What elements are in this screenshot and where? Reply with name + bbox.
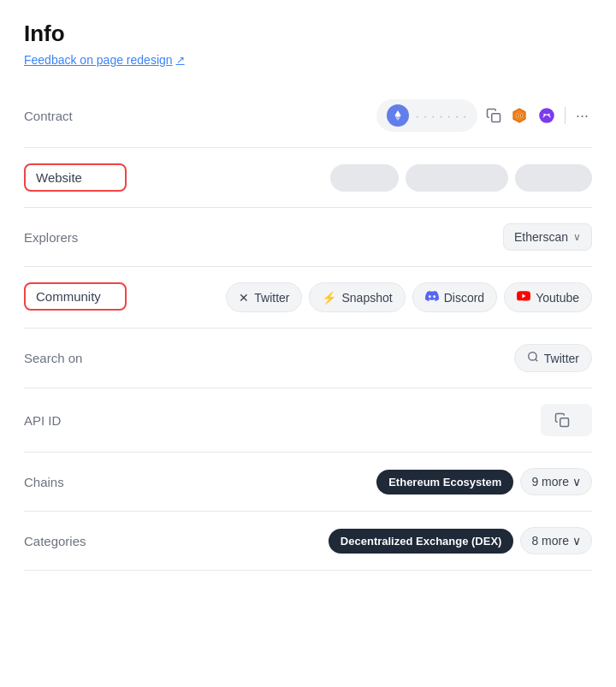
website-row: Website bbox=[24, 148, 592, 208]
snapshot-icon: ⚡ bbox=[322, 291, 336, 305]
x-icon: ✕ bbox=[239, 291, 249, 305]
snapshot-button[interactable]: ⚡ Snapshot bbox=[309, 282, 405, 312]
website-skeleton bbox=[330, 164, 592, 192]
contract-label: Contract bbox=[24, 109, 127, 123]
twitter-label: Twitter bbox=[254, 291, 289, 305]
chains-label: Chains bbox=[24, 475, 127, 489]
chevron-down-icon: ∨ bbox=[572, 475, 581, 489]
svg-point-10 bbox=[529, 352, 536, 360]
chain-badge: Ethereum Ecosystem bbox=[376, 470, 513, 495]
contract-address: · · · · · · · bbox=[416, 110, 467, 122]
categories-more-button[interactable]: 8 more ∨ bbox=[520, 527, 592, 554]
chains-content: Ethereum Ecosystem 9 more ∨ bbox=[140, 468, 592, 495]
page-title: Info bbox=[24, 21, 592, 47]
feedback-label: Feedback on page redesign bbox=[24, 53, 173, 67]
search-on-row: Search on Twitter bbox=[24, 329, 592, 388]
copy-contract-button[interactable] bbox=[484, 106, 503, 125]
svg-point-6 bbox=[521, 115, 523, 116]
youtube-button[interactable]: Youtube bbox=[504, 282, 592, 312]
copy-api-id-button[interactable] bbox=[553, 411, 572, 429]
api-id-content bbox=[140, 404, 592, 436]
search-twitter-button[interactable]: Twitter bbox=[514, 344, 592, 372]
search-on-content: Twitter bbox=[140, 344, 592, 372]
api-id-row: API ID bbox=[24, 388, 592, 453]
chains-row: Chains Ethereum Ecosystem 9 more ∨ bbox=[24, 453, 592, 512]
website-content bbox=[140, 164, 592, 192]
chains-more-button[interactable]: 9 more ∨ bbox=[520, 468, 592, 495]
metamask-button[interactable] bbox=[508, 104, 530, 127]
api-id-label: API ID bbox=[24, 413, 127, 428]
website-label: Website bbox=[24, 163, 127, 192]
explorers-dropdown[interactable]: Etherscan ∨ bbox=[503, 223, 592, 251]
community-row: Community ✕ Twitter ⚡ Snapshot Discord bbox=[24, 267, 592, 329]
svg-point-7 bbox=[539, 108, 554, 123]
discord-label: Discord bbox=[444, 291, 484, 305]
youtube-label: Youtube bbox=[536, 291, 579, 305]
twitter-button[interactable]: ✕ Twitter bbox=[226, 282, 302, 312]
ethereum-icon bbox=[387, 104, 409, 127]
chains-more-label: 9 more bbox=[531, 475, 569, 489]
contract-actions: ··· bbox=[484, 104, 592, 127]
categories-label: Categories bbox=[24, 534, 127, 548]
explorers-label: Explorers bbox=[24, 230, 127, 245]
category-badge: Decentralized Exchange (DEX) bbox=[329, 529, 514, 554]
explorers-value: Etherscan bbox=[514, 230, 568, 244]
chevron-down-icon: ∨ bbox=[572, 534, 581, 548]
explorers-row: Explorers Etherscan ∨ bbox=[24, 208, 592, 267]
search-icon bbox=[527, 351, 539, 365]
community-buttons: ✕ Twitter ⚡ Snapshot Discord Youtube bbox=[140, 282, 592, 312]
rabby-button[interactable] bbox=[536, 104, 558, 127]
categories-content: Decentralized Exchange (DEX) 8 more ∨ bbox=[140, 527, 592, 554]
community-label: Community bbox=[24, 282, 127, 311]
categories-more-label: 8 more bbox=[531, 534, 569, 548]
search-on-label: Search on bbox=[24, 351, 127, 365]
search-on-value: Twitter bbox=[544, 352, 579, 365]
categories-row: Categories Decentralized Exchange (DEX) … bbox=[24, 512, 592, 571]
contract-row: Contract · · · · · · · bbox=[24, 84, 592, 148]
svg-rect-0 bbox=[492, 114, 500, 122]
snapshot-label: Snapshot bbox=[341, 291, 392, 305]
discord-icon bbox=[425, 289, 439, 305]
separator bbox=[565, 107, 566, 124]
svg-point-9 bbox=[548, 114, 550, 115]
discord-button[interactable]: Discord bbox=[412, 282, 497, 312]
explorers-content: Etherscan ∨ bbox=[140, 223, 592, 251]
more-button[interactable]: ··· bbox=[572, 105, 592, 127]
skeleton-1 bbox=[330, 164, 399, 192]
svg-point-8 bbox=[543, 114, 545, 115]
svg-rect-12 bbox=[560, 418, 569, 427]
youtube-icon bbox=[517, 289, 530, 305]
external-link-icon: ↗ bbox=[176, 54, 185, 66]
svg-line-11 bbox=[535, 359, 537, 362]
contract-pill: · · · · · · · bbox=[376, 99, 477, 132]
skeleton-3 bbox=[515, 164, 592, 192]
feedback-link[interactable]: Feedback on page redesign ↗ bbox=[24, 53, 185, 67]
chevron-down-icon: ∨ bbox=[573, 231, 581, 243]
api-id-box bbox=[541, 404, 592, 436]
contract-content: · · · · · · · bbox=[140, 99, 592, 132]
svg-point-5 bbox=[516, 115, 518, 116]
skeleton-2 bbox=[406, 164, 508, 192]
